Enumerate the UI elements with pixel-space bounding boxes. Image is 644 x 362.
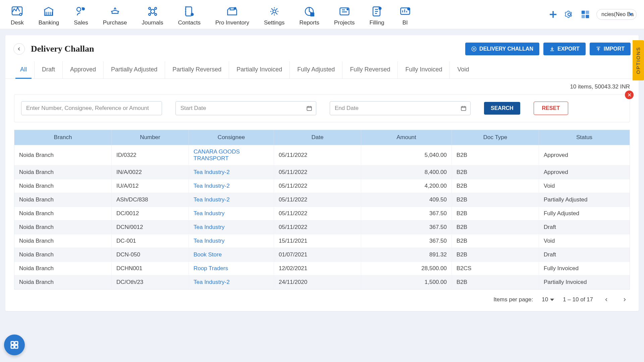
cell-status: Approved [539,145,630,166]
svg-rect-25 [586,15,589,18]
gear-icon[interactable] [564,9,574,19]
table-row[interactable]: Noida BranchDCN/0012Tea Industry05/11/20… [14,221,630,234]
nav-purchase[interactable]: Purchase [96,3,135,26]
tab-draft[interactable]: Draft [35,61,63,78]
tab-void[interactable]: Void [450,61,476,78]
table-row[interactable]: Noida BranchIN/A/0022Tea Industry-205/11… [14,166,630,179]
search-input[interactable] [21,101,162,115]
cell-doc-type: B2B [452,193,539,207]
nav-banking[interactable]: Banking [31,3,66,26]
cell-consignee[interactable]: CANARA GOODS TRANSPORT [189,145,274,166]
tab-fully-reversed[interactable]: Fully Reversed [342,61,398,78]
close-filter-icon[interactable]: ✕ [625,90,634,99]
cell-consignee[interactable]: Tea Industry-2 [189,166,274,179]
cell-branch: Noida Branch [14,221,112,234]
col-date[interactable]: Date [274,130,361,145]
col-amount[interactable]: Amount [361,130,452,145]
nav-reports[interactable]: Reports [292,3,327,26]
table-row[interactable]: Noida BranchDC/Oth/23Tea Industry-224/11… [14,276,630,289]
svg-rect-14 [310,12,314,16]
tab-all[interactable]: All [13,61,35,78]
cell-consignee[interactable]: Tea Industry [189,234,274,248]
col-doc-type[interactable]: Doc Type [452,130,539,145]
nav-pro-inventory[interactable]: Pro Inventory [208,3,257,26]
cell-number: IU/A/012 [112,179,189,193]
cell-amount: 367.50 [361,234,452,248]
cell-date: 05/11/2022 [274,166,361,179]
end-date-input[interactable] [330,101,471,115]
nav-label: Pro Inventory [215,19,249,26]
tab-approved[interactable]: Approved [63,61,104,78]
nav-bi[interactable]: BI [392,3,419,26]
svg-rect-22 [582,11,585,14]
nav-journals[interactable]: Journals [135,3,171,26]
new-delivery-challan-button[interactable]: DELIVERY CHALLAN [465,43,539,55]
table-row[interactable]: Noida BranchIU/A/012Tea Industry-205/11/… [14,179,630,193]
start-date-input[interactable] [175,101,316,115]
export-button[interactable]: EXPORT [543,43,586,55]
cell-branch: Noida Branch [14,145,112,166]
col-consignee[interactable]: Consignee [189,130,274,145]
status-tabs: AllDraftApprovedPartially AdjustedPartia… [5,61,639,79]
col-status[interactable]: Status [539,130,630,145]
tab-partially-invoiced[interactable]: Partially Invoiced [229,61,290,78]
import-button[interactable]: IMPORT [590,43,631,55]
nav-label: BI [402,19,408,26]
back-button[interactable] [13,43,25,55]
svg-rect-31 [11,345,14,348]
table-row[interactable]: Noida BranchDC/0012Tea Industry05/11/202… [14,207,630,221]
challan-table: BranchNumberConsigneeDateAmountDoc TypeS… [14,130,630,290]
table-row[interactable]: Noida BranchDCHN001Roop Traders12/02/202… [14,262,630,276]
apps-fab[interactable] [4,335,25,355]
col-number[interactable]: Number [112,130,189,145]
cell-branch: Noida Branch [14,248,112,262]
cell-consignee[interactable]: Tea Industry-2 [189,276,274,289]
cell-consignee[interactable]: Tea Industry [189,207,274,221]
pro-inventory-icon [226,5,238,17]
table-row[interactable]: Noida BranchASh/DC/838Tea Industry-205/1… [14,193,630,207]
nav-desk[interactable]: Desk [3,3,31,26]
nav-label: Settings [264,19,284,26]
cell-consignee[interactable]: Tea Industry-2 [189,179,274,193]
cell-branch: Noida Branch [14,166,112,179]
cell-consignee[interactable]: Tea Industry [189,221,274,234]
tab-fully-invoiced[interactable]: Fully Invoiced [398,61,450,78]
reset-button[interactable]: RESET [534,102,568,115]
export-label: EXPORT [557,46,580,52]
cell-amount: 409.50 [361,193,452,207]
nav-contacts[interactable]: Contacts [171,3,208,26]
cell-doc-type: B2B [452,207,539,221]
svg-point-18 [378,7,381,10]
nav-sales[interactable]: Sales [66,3,96,26]
calculator-icon[interactable] [580,9,590,19]
svg-point-8 [155,13,157,15]
table-row[interactable]: Noida BranchDC-001Tea Industry15/11/2021… [14,234,630,248]
table-row[interactable]: Noida BranchDCN-050Book Store01/07/20218… [14,248,630,262]
account-dropdown[interactable]: ncies(Neo Ba [596,9,637,20]
nav-settings[interactable]: Settings [257,3,292,26]
nav-filling[interactable]: Filling [362,3,391,26]
tab-fully-adjusted[interactable]: Fully Adjusted [290,61,342,78]
cell-consignee[interactable]: Roop Traders [189,262,274,276]
bi-icon [399,5,411,17]
search-button-label: SEARCH [491,105,514,111]
col-branch[interactable]: Branch [14,130,112,145]
purchase-icon [109,5,121,17]
nav-label: Journals [142,19,163,26]
cell-number: DC/Oth/23 [112,276,189,289]
cell-consignee[interactable]: Book Store [189,248,274,262]
tab-partially-adjusted[interactable]: Partially Adjusted [104,61,165,78]
cell-status: Fully Invoiced [539,262,630,276]
table-row[interactable]: Noida BranchID/0322CANARA GOODS TRANSPOR… [14,145,630,166]
next-page-button[interactable] [620,295,629,304]
cell-amount: 5,040.00 [361,145,452,166]
nav-projects[interactable]: Projects [327,3,362,26]
prev-page-button[interactable] [602,295,611,304]
cell-branch: Noida Branch [14,207,112,221]
cell-consignee[interactable]: Tea Industry-2 [189,193,274,207]
plus-icon[interactable] [548,9,558,19]
options-side-tab[interactable]: OPTIONS [633,40,644,80]
search-button[interactable]: SEARCH [484,102,520,115]
page-size-select[interactable]: 10 [542,296,554,303]
tab-partially-reversed[interactable]: Partially Reversed [165,61,229,78]
